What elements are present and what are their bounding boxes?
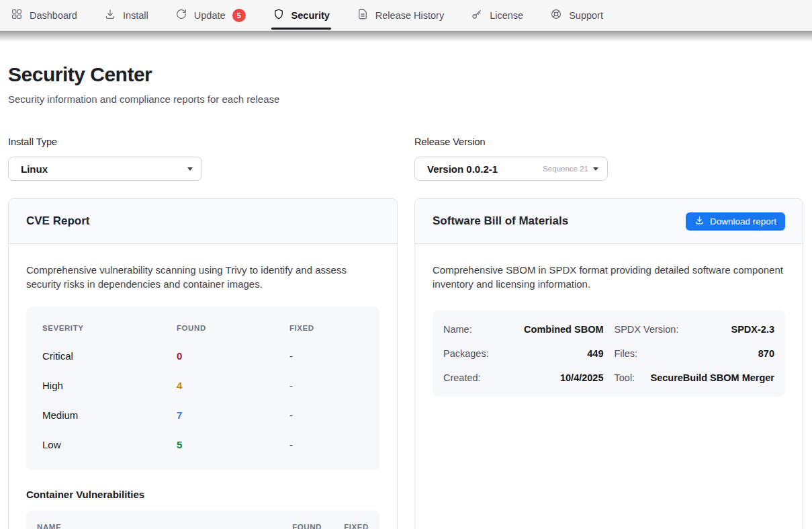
top-nav: Dashboard Install Update 5 Security Rele… bbox=[0, 0, 812, 31]
severity-label: High bbox=[42, 380, 177, 391]
release-sequence-label: Sequence 21 bbox=[543, 165, 588, 173]
cve-report-card: CVE Report Comprehensive vulnerability s… bbox=[8, 198, 398, 529]
fixed-count: - bbox=[289, 439, 363, 450]
install-type-value: Linux bbox=[21, 163, 48, 175]
release-version-value: Version 0.0.2-1 bbox=[427, 163, 498, 175]
info-value: SPDX-2.3 bbox=[731, 324, 774, 335]
filters-row: Install Type Linux Release Version Versi… bbox=[8, 136, 803, 181]
download-report-button[interactable]: Download report bbox=[686, 212, 785, 231]
page-subtitle: Security information and compliance repo… bbox=[8, 93, 803, 105]
nav-item-label: License bbox=[490, 10, 523, 21]
release-version-select[interactable]: Version 0.0.2-1 Sequence 21 bbox=[414, 157, 608, 181]
nav-item-label: Release History bbox=[375, 10, 444, 21]
info-label: Files: bbox=[615, 348, 638, 359]
update-badge: 5 bbox=[232, 9, 246, 22]
info-label: Name: bbox=[443, 324, 472, 335]
release-version-filter: Release Version Version 0.0.2-1 Sequence… bbox=[414, 136, 608, 181]
refresh-icon bbox=[175, 8, 187, 22]
info-value: SecureBuild SBOM Merger bbox=[650, 372, 774, 383]
sbom-info-panel: Name: Combined SBOM SPDX Version: SPDX-2… bbox=[433, 311, 785, 397]
release-version-label: Release Version bbox=[414, 136, 608, 147]
nav-item-label: Security bbox=[291, 10, 330, 21]
info-value: 870 bbox=[758, 348, 774, 359]
sbom-info-item: Files: 870 bbox=[615, 341, 775, 366]
info-label: Packages: bbox=[443, 348, 489, 359]
column-header: FOUND bbox=[177, 324, 289, 332]
shield-icon bbox=[273, 8, 285, 22]
found-count: 7 bbox=[177, 409, 289, 421]
container-vulnerabilities-table: NAME FOUND FIXED bbox=[26, 510, 379, 529]
lifebuoy-icon bbox=[550, 8, 562, 22]
page-title: Security Center bbox=[8, 63, 803, 86]
sbom-info-item: SPDX Version: SPDX-2.3 bbox=[615, 317, 775, 341]
sbom-info-item: Packages: 449 bbox=[443, 341, 604, 366]
sbom-header: Software Bill of Materials Download repo… bbox=[415, 199, 803, 244]
sbom-info-item: Name: Combined SBOM bbox=[443, 317, 604, 341]
table-row: High 4 - bbox=[42, 370, 363, 400]
fixed-count: - bbox=[289, 409, 363, 421]
severity-table-header: SEVERITY FOUND FIXED bbox=[42, 315, 363, 341]
fixed-count: - bbox=[289, 380, 363, 391]
column-header: NAME bbox=[37, 523, 268, 529]
found-count: 0 bbox=[177, 350, 289, 362]
container-table-header: NAME FOUND FIXED bbox=[37, 510, 369, 529]
info-value: 10/4/2025 bbox=[560, 372, 604, 383]
fixed-count: - bbox=[289, 350, 363, 362]
table-row: Medium 7 - bbox=[42, 400, 363, 430]
info-value: 449 bbox=[587, 348, 603, 359]
container-vulnerabilities-title: Container Vulnerabilities bbox=[26, 489, 379, 500]
severity-label: Critical bbox=[42, 350, 177, 362]
cve-report-header: CVE Report bbox=[9, 199, 397, 244]
cve-report-body: Comprehensive vulnerability scanning usi… bbox=[9, 244, 397, 529]
column-header: FOUND bbox=[268, 523, 322, 529]
download-icon bbox=[694, 215, 705, 227]
nav-item-label: Support bbox=[569, 10, 603, 21]
install-type-filter: Install Type Linux bbox=[8, 136, 202, 181]
cve-report-description: Comprehensive vulnerability scanning usi… bbox=[26, 263, 379, 291]
severity-label: Medium bbox=[42, 409, 177, 421]
cards-row: CVE Report Comprehensive vulnerability s… bbox=[8, 198, 803, 529]
dashboard-grid-icon bbox=[11, 8, 23, 22]
nav-item-license[interactable]: License bbox=[471, 0, 523, 31]
sbom-info-item: Created: 10/4/2025 bbox=[443, 366, 604, 390]
sbom-card: Software Bill of Materials Download repo… bbox=[414, 198, 803, 529]
nav-item-dashboard[interactable]: Dashboard bbox=[11, 0, 77, 31]
table-row: Low 5 - bbox=[42, 430, 363, 459]
cve-report-title: CVE Report bbox=[26, 214, 89, 228]
nav-item-security[interactable]: Security bbox=[273, 0, 330, 31]
found-count: 4 bbox=[177, 380, 289, 391]
key-icon bbox=[471, 8, 483, 22]
table-row: Critical 0 - bbox=[42, 341, 363, 370]
header-shadow bbox=[0, 31, 812, 42]
nav-item-update[interactable]: Update 5 bbox=[175, 0, 246, 31]
chevron-down-icon bbox=[593, 167, 598, 171]
column-header: FIXED bbox=[289, 324, 363, 332]
info-value: Combined SBOM bbox=[524, 324, 603, 335]
column-header: FIXED bbox=[322, 523, 369, 529]
document-icon bbox=[357, 8, 369, 22]
nav-item-label: Dashboard bbox=[30, 10, 77, 21]
download-icon bbox=[104, 8, 116, 22]
sbom-title: Software Bill of Materials bbox=[433, 214, 568, 228]
main-content: Security Center Security information and… bbox=[0, 63, 812, 529]
nav-item-release-history[interactable]: Release History bbox=[357, 0, 444, 31]
nav-item-install[interactable]: Install bbox=[104, 0, 148, 31]
download-report-label: Download report bbox=[710, 216, 776, 227]
install-type-label: Install Type bbox=[8, 136, 202, 147]
info-label: Created: bbox=[443, 372, 481, 383]
nav-item-support[interactable]: Support bbox=[550, 0, 603, 31]
severity-label: Low bbox=[42, 439, 177, 450]
info-label: Tool: bbox=[615, 372, 635, 383]
install-type-select[interactable]: Linux bbox=[8, 157, 202, 181]
nav-item-label: Install bbox=[123, 10, 148, 21]
column-header: SEVERITY bbox=[42, 324, 177, 332]
chevron-down-icon bbox=[187, 167, 193, 171]
sbom-info-item: Tool: SecureBuild SBOM Merger bbox=[615, 366, 775, 390]
info-label: SPDX Version: bbox=[615, 324, 679, 335]
sbom-body: Comprehensive SBOM in SPDX format provid… bbox=[415, 244, 803, 415]
sbom-description: Comprehensive SBOM in SPDX format provid… bbox=[433, 263, 785, 291]
found-count: 5 bbox=[177, 439, 289, 450]
severity-table: SEVERITY FOUND FIXED Critical 0 - High 4… bbox=[26, 307, 379, 470]
nav-item-label: Update bbox=[194, 10, 226, 21]
